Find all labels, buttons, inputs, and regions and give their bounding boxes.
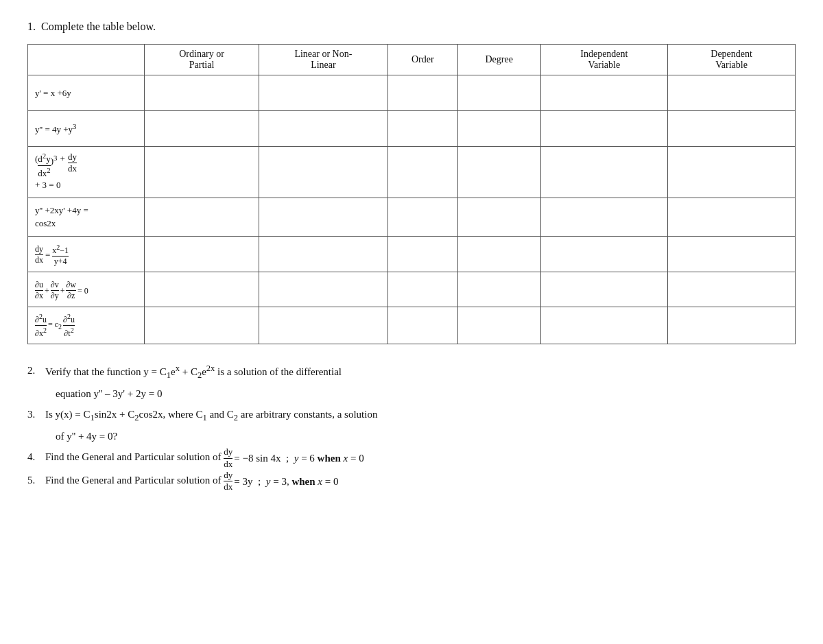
cell-2-order: [387, 111, 457, 147]
problem-5: 5. Find the General and Particular solut…: [27, 470, 796, 492]
cell-1-degree: [457, 75, 540, 111]
cell-7-independent: [540, 307, 668, 344]
equation-3: ( d2y dx2 )3 + dy dx + 3 = 0: [28, 147, 145, 198]
cell-4-dependent: [668, 198, 796, 236]
equation-2: y'' = 4y +y3: [28, 111, 145, 147]
problem-3-num: 3.: [27, 405, 41, 425]
cell-7-dependent: [668, 307, 796, 344]
table-row: y'' = 4y +y3: [28, 111, 796, 147]
cell-1-independent: [540, 75, 668, 111]
cell-2-degree: [457, 111, 540, 147]
header-dependent: DependentVariable: [668, 45, 796, 75]
cell-6-linear: [259, 272, 388, 307]
cell-1-linear: [259, 75, 388, 111]
cell-4-degree: [457, 198, 540, 236]
equation-6: ∂u ∂x + ∂v ∂y + ∂w ∂z = 0: [28, 272, 145, 307]
problem-5-num: 5.: [27, 470, 41, 490]
cell-7-degree: [457, 307, 540, 344]
table-row: y'' +2xy' +4y =cos2x: [28, 198, 796, 236]
cell-4-order: [387, 198, 457, 236]
equation-1: y' = x +6y: [28, 75, 145, 111]
cell-4-linear: [259, 198, 388, 236]
cell-2-independent: [540, 111, 668, 147]
table-row: ∂u ∂x + ∂v ∂y + ∂w ∂z = 0: [28, 272, 796, 307]
cell-1-ordinary: [145, 75, 259, 111]
table-row: ( d2y dx2 )3 + dy dx + 3 = 0: [28, 147, 796, 198]
problem-3-text: Is y(x) = C1sin2x + C2cos2x, where C1 an…: [45, 405, 377, 446]
equation-4: y'' +2xy' +4y =cos2x: [28, 198, 145, 236]
cell-6-degree: [457, 272, 540, 307]
problem-2-num: 2.: [27, 361, 41, 381]
cell-5-linear: [259, 236, 388, 272]
cell-1-dependent: [668, 75, 796, 111]
cell-5-ordinary: [145, 236, 259, 272]
cell-3-dependent: [668, 147, 796, 198]
problem-2-text: Verify that the function y = C1ex + C2e2…: [45, 361, 342, 403]
table-row: ∂2u ∂x2 = c2 ∂2u ∂t2: [28, 307, 796, 344]
cell-6-order: [387, 272, 457, 307]
cell-7-ordinary: [145, 307, 259, 344]
cell-1-order: [387, 75, 457, 111]
problem-3: 3. Is y(x) = C1sin2x + C2cos2x, where C1…: [27, 405, 796, 446]
cell-6-ordinary: [145, 272, 259, 307]
equation-7: ∂2u ∂x2 = c2 ∂2u ∂t2: [28, 307, 145, 344]
header-order: Order: [387, 45, 457, 75]
problem-4-text: Find the General and Particular solution…: [45, 447, 364, 469]
cell-6-dependent: [668, 272, 796, 307]
cell-5-dependent: [668, 236, 796, 272]
cell-3-linear: [259, 147, 388, 198]
header-degree: Degree: [457, 45, 540, 75]
cell-4-ordinary: [145, 198, 259, 236]
cell-6-independent: [540, 272, 668, 307]
cell-3-ordinary: [145, 147, 259, 198]
problems-section: 2. Verify that the function y = C1ex + C…: [27, 361, 796, 492]
header-independent: IndependentVariable: [540, 45, 668, 75]
cell-2-ordinary: [145, 111, 259, 147]
cell-5-degree: [457, 236, 540, 272]
cell-3-degree: [457, 147, 540, 198]
problem-5-text: Find the General and Particular solution…: [45, 470, 338, 492]
cell-3-order: [387, 147, 457, 198]
problem-4-num: 4.: [27, 447, 41, 467]
cell-4-independent: [540, 198, 668, 236]
table-row: dy dx = x2−1 y+4: [28, 236, 796, 272]
table-row: y' = x +6y: [28, 75, 796, 111]
cell-7-order: [387, 307, 457, 344]
differential-equations-table: Ordinary orPartial Linear or Non-Linear …: [27, 44, 796, 344]
equation-5: dy dx = x2−1 y+4: [28, 236, 145, 272]
cell-5-independent: [540, 236, 668, 272]
cell-2-dependent: [668, 111, 796, 147]
problem-2: 2. Verify that the function y = C1ex + C…: [27, 361, 796, 403]
problem-1-title: 1. Complete the table below.: [27, 21, 796, 33]
problem-4: 4. Find the General and Particular solut…: [27, 447, 796, 469]
cell-7-linear: [259, 307, 388, 344]
cell-2-linear: [259, 111, 388, 147]
header-ordinary: Ordinary orPartial: [145, 45, 259, 75]
header-linear: Linear or Non-Linear: [259, 45, 388, 75]
cell-5-order: [387, 236, 457, 272]
cell-3-independent: [540, 147, 668, 198]
